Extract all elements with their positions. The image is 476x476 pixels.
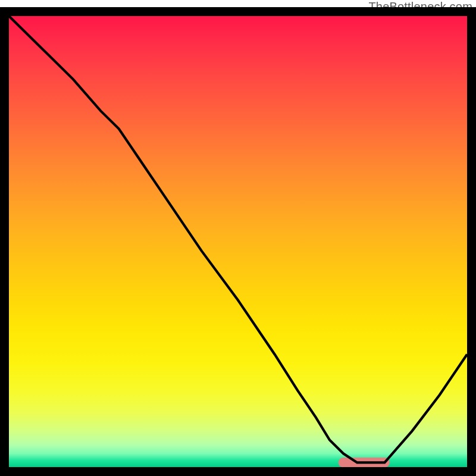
axes-frame [0,7,476,476]
chart-container: TheBottleneck.com [0,0,476,476]
